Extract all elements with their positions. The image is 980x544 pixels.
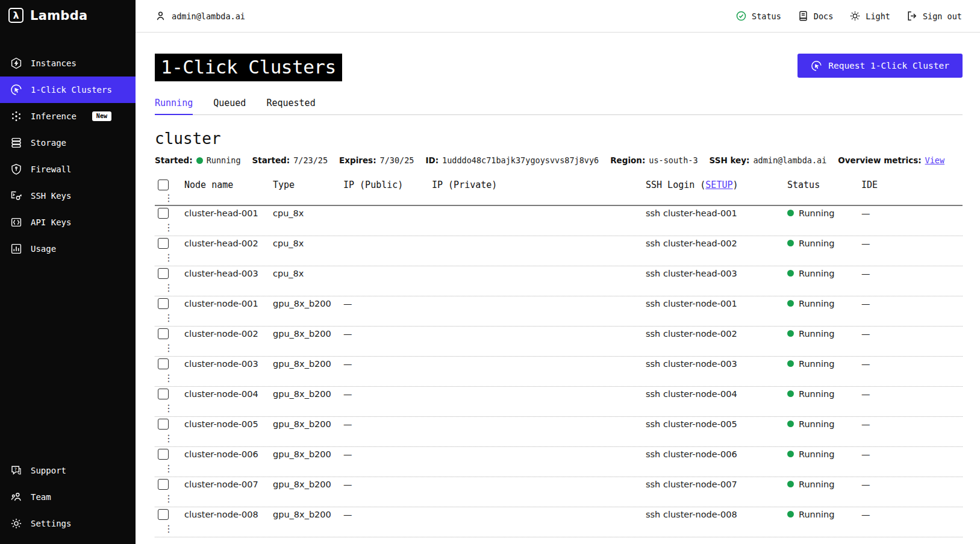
table-header-kebab-icon[interactable]: ⋮: [161, 192, 176, 204]
sidebar-item-label: Instances: [31, 58, 76, 68]
row-checkbox[interactable]: [158, 509, 169, 520]
node-ip-public: —: [343, 329, 432, 339]
setup-link[interactable]: SETUP: [705, 180, 732, 190]
person-icon: [155, 10, 166, 22]
node-type: gpu_8x_b200: [273, 419, 343, 429]
sidebar-item-inference[interactable]: Inference New: [0, 103, 136, 130]
row-kebab-icon[interactable]: ⋮: [161, 252, 176, 264]
row-checkbox[interactable]: [158, 449, 169, 460]
instances-icon: [10, 57, 22, 69]
storage-icon: [10, 137, 22, 149]
tab-queued[interactable]: Queued: [213, 98, 246, 114]
row-checkbox[interactable]: [158, 268, 169, 279]
running-status-dot: [787, 330, 794, 337]
account-email: admin@lambda.ai: [172, 11, 245, 21]
row-checkbox[interactable]: [158, 328, 169, 339]
row-kebab-icon[interactable]: ⋮: [161, 523, 176, 535]
node-ssh-login: ssh cluster-node-006: [646, 449, 787, 459]
sidebar-item-storage[interactable]: Storage: [0, 130, 136, 156]
sidebar-item-support[interactable]: ? Support: [0, 457, 136, 484]
node-status: Running: [787, 208, 861, 218]
lambda-logo[interactable]: λ Lambda: [0, 0, 136, 31]
node-ide: —: [861, 299, 963, 308]
sidebar-item-firewall[interactable]: Firewall: [0, 156, 136, 183]
support-icon: ?: [10, 464, 22, 477]
inference-icon: [10, 110, 22, 122]
node-name: cluster-node-004: [184, 389, 273, 399]
node-type: gpu_8x_b200: [273, 449, 343, 459]
status-link[interactable]: Status: [735, 10, 781, 22]
table-row: cluster-node-001 gpu_8x_b200 — ssh clust…: [155, 296, 963, 327]
account-info[interactable]: admin@lambda.ai: [155, 10, 245, 22]
row-kebab-icon[interactable]: ⋮: [161, 433, 176, 445]
one-click-clusters-icon: [811, 60, 822, 72]
table-row: cluster-node-003 gpu_8x_b200 — ssh clust…: [155, 357, 963, 387]
row-kebab-icon[interactable]: ⋮: [161, 493, 176, 505]
row-kebab-icon[interactable]: ⋮: [161, 282, 176, 294]
row-kebab-icon[interactable]: ⋮: [161, 402, 176, 414]
node-status: Running: [787, 419, 861, 429]
node-ssh-login: ssh cluster-node-004: [646, 389, 787, 399]
meta-started-status: Started: Running: [155, 155, 241, 165]
theme-toggle[interactable]: Light: [849, 10, 890, 22]
view-metrics-link[interactable]: View: [925, 155, 945, 165]
sidebar-item-label: Support: [31, 466, 66, 475]
sidebar-item-settings[interactable]: Settings: [0, 510, 136, 537]
node-status: Running: [787, 359, 861, 369]
tab-requested[interactable]: Requested: [266, 98, 315, 114]
col-header-type: Type: [273, 180, 343, 190]
sidebar-item-label: Team: [31, 492, 51, 502]
sign-out-icon: [907, 10, 918, 22]
row-kebab-icon[interactable]: ⋮: [161, 312, 176, 324]
row-kebab-icon[interactable]: ⋮: [161, 342, 176, 354]
request-cluster-button[interactable]: Request 1-Click Cluster: [797, 54, 963, 78]
row-checkbox[interactable]: [158, 479, 169, 490]
node-ssh-login: ssh cluster-node-005: [646, 419, 787, 429]
tab-running[interactable]: Running: [155, 98, 193, 115]
ssh-keys-icon: [10, 190, 22, 202]
row-checkbox[interactable]: [158, 298, 169, 309]
row-checkbox[interactable]: [158, 208, 169, 219]
running-status-dot: [787, 511, 794, 517]
sidebar-item-usage[interactable]: Usage: [0, 236, 136, 262]
usage-icon: [10, 243, 22, 255]
sidebar-item-ssh-keys[interactable]: SSH Keys: [0, 183, 136, 209]
sign-out-button[interactable]: Sign out: [907, 10, 962, 22]
row-kebab-icon[interactable]: ⋮: [161, 372, 176, 384]
row-checkbox[interactable]: [158, 238, 169, 249]
row-kebab-icon[interactable]: ⋮: [161, 463, 176, 475]
table-header-row: Node name Type IP (Public) IP (Private) …: [155, 178, 963, 206]
row-checkbox[interactable]: [158, 389, 169, 399]
sidebar-item-instances[interactable]: Instances: [0, 50, 136, 77]
row-kebab-icon[interactable]: ⋮: [161, 222, 176, 234]
table-row: cluster-node-002 gpu_8x_b200 — ssh clust…: [155, 327, 963, 357]
sidebar-item-api-keys[interactable]: API Keys: [0, 209, 136, 236]
node-ip-public: —: [343, 480, 432, 489]
node-type: gpu_8x_b200: [273, 480, 343, 489]
svg-text:?: ?: [14, 467, 17, 472]
select-all-checkbox[interactable]: [158, 180, 169, 190]
node-type: gpu_8x_b200: [273, 510, 343, 519]
sidebar-item-team[interactable]: Team: [0, 484, 136, 510]
node-name: cluster-node-001: [184, 299, 273, 308]
sidebar-item-label: SSH Keys: [31, 191, 71, 201]
theme-icon: [849, 10, 861, 22]
col-header-ip-public: IP (Public): [343, 180, 432, 190]
node-name: cluster-node-006: [184, 449, 273, 459]
docs-link[interactable]: Docs: [797, 10, 834, 22]
docs-link-label: Docs: [814, 11, 834, 21]
node-ip-public: —: [343, 359, 432, 369]
node-status: Running: [787, 510, 861, 519]
lambda-logo-text: Lambda: [30, 8, 87, 23]
row-checkbox[interactable]: [158, 358, 169, 369]
status-link-label: Status: [752, 11, 781, 21]
sidebar-footer-nav: ? Support Team Settings: [0, 457, 136, 544]
sidebar-item-one-click-clusters[interactable]: 1-Click Clusters: [0, 77, 136, 103]
node-status: Running: [787, 299, 861, 308]
node-type: cpu_8x: [273, 269, 343, 278]
row-checkbox[interactable]: [158, 419, 169, 430]
cluster-name: cluster: [155, 130, 963, 148]
node-type: cpu_8x: [273, 208, 343, 218]
node-ide: —: [861, 269, 963, 278]
node-name: cluster-head-002: [184, 239, 273, 248]
